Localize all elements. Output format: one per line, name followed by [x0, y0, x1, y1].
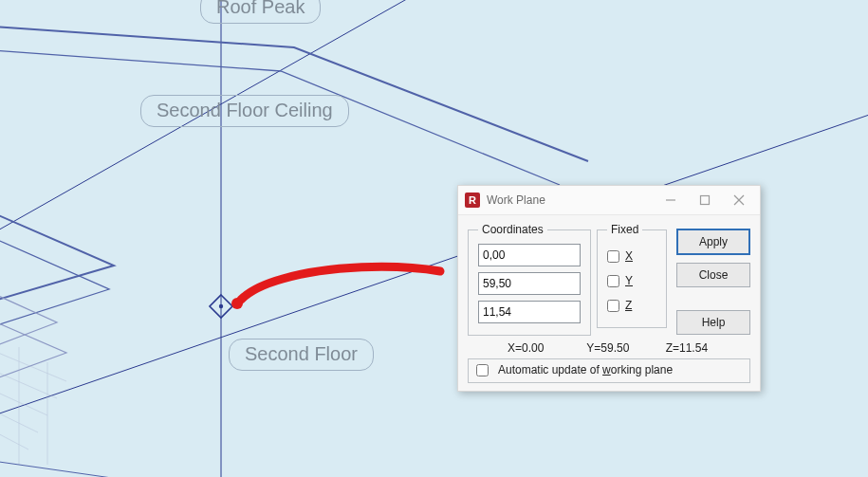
fixed-z-label: Z — [625, 299, 632, 312]
status-z: Z=11.54 — [666, 341, 742, 355]
level-label-second-floor: Second Floor — [229, 339, 374, 371]
auto-update-checkbox[interactable]: Automatic update of working plane — [468, 358, 750, 383]
fixed-y-input[interactable] — [607, 275, 619, 287]
svg-line-3 — [0, 334, 66, 381]
svg-point-14 — [219, 304, 223, 308]
auto-update-input[interactable] — [476, 364, 489, 376]
svg-line-1 — [0, 0, 455, 256]
app-icon: R — [464, 192, 481, 209]
svg-line-6 — [0, 391, 38, 432]
status-readout: X=0.00 Y=59.50 Z=11.54 — [468, 341, 750, 355]
level-label-text: Second Floor Ceiling — [157, 100, 333, 120]
dialog-titlebar[interactable]: R Work Plane — [458, 186, 760, 215]
help-button[interactable]: Help — [676, 310, 750, 335]
coordinates-legend: Coordinates — [478, 223, 547, 236]
level-label-second-floor-ceiling: Second Floor Ceiling — [140, 95, 349, 127]
coordinates-group: Coordinates — [468, 223, 591, 336]
status-x: X=0.00 — [508, 341, 583, 355]
svg-line-12 — [0, 455, 218, 477]
fixed-z-checkbox[interactable]: Z — [607, 293, 656, 318]
fixed-x-checkbox[interactable]: X — [607, 244, 656, 268]
level-label-text: Second Floor — [245, 343, 358, 364]
fixed-x-input[interactable] — [607, 250, 619, 263]
fixed-y-label: Y — [625, 274, 633, 287]
work-plane-dialog: R Work Plane Coordinates Fixed — [457, 185, 761, 392]
close-dialog-button[interactable]: Close — [676, 263, 750, 287]
fixed-y-checkbox[interactable]: Y — [607, 268, 656, 293]
fixed-x-label: X — [625, 249, 633, 263]
svg-text:R: R — [469, 194, 476, 206]
coord-z-input[interactable] — [478, 301, 581, 323]
svg-line-5 — [0, 372, 47, 415]
coord-x-input[interactable] — [478, 244, 581, 266]
dialog-title: Work Plane — [487, 193, 545, 207]
minimize-button[interactable] — [654, 188, 688, 212]
svg-line-4 — [0, 353, 57, 398]
fixed-z-input[interactable] — [607, 300, 619, 312]
dialog-actions: Apply Close Help — [676, 223, 750, 335]
svg-rect-19 — [701, 196, 710, 205]
apply-button[interactable]: Apply — [676, 229, 750, 255]
fixed-legend: Fixed — [607, 223, 642, 236]
svg-marker-13 — [210, 295, 232, 318]
level-label-roof-peak: Roof Peak — [200, 0, 321, 24]
coord-y-input[interactable] — [478, 272, 581, 295]
fixed-group: Fixed X Y Z — [597, 223, 667, 328]
level-label-text: Roof Peak — [216, 0, 305, 17]
status-y: Y=59.50 — [586, 341, 662, 355]
auto-update-label: Automatic update of working plane — [498, 363, 673, 376]
close-button[interactable] — [722, 188, 756, 212]
maximize-button[interactable] — [688, 188, 722, 212]
svg-line-7 — [0, 410, 28, 449]
